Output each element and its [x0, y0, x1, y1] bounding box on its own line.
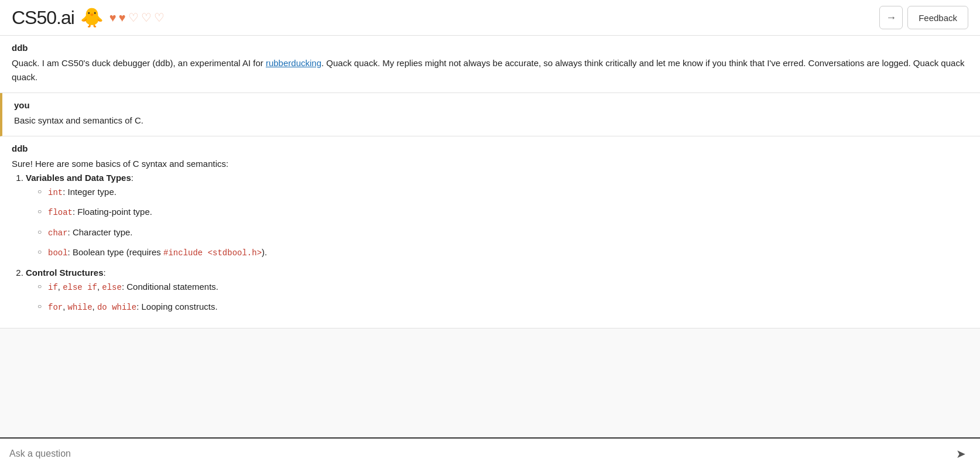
you-sender: you: [2, 93, 980, 114]
send-icon: ➤: [956, 447, 966, 460]
rubberducking-link[interactable]: rubberducking: [266, 58, 321, 68]
response-opening: Sure! Here are some basics of C syntax a…: [12, 157, 968, 171]
heart-5: ♡: [154, 11, 165, 25]
ctrl-if: if, else if, else: Conditional statement…: [37, 280, 968, 294]
header: CS50.ai 🐥 ♥ ♥ ♡ ♡ ♡ → Feedback: [0, 0, 980, 36]
var-bool: bool: Boolean type (requires #include <s…: [37, 245, 968, 259]
heart-3: ♡: [128, 11, 139, 25]
ddb-response-sender: ddb: [0, 136, 980, 157]
message-you: you Basic syntax and semantics of C.: [0, 93, 980, 136]
var-float: float: Floating-point type.: [37, 205, 968, 219]
ddb-intro-body: Quack. I am CS50's duck debugger (ddb), …: [0, 56, 980, 93]
message-ddb-intro: ddb Quack. I am CS50's duck debugger (dd…: [0, 36, 980, 93]
duck-icon: 🐥: [80, 6, 104, 29]
header-left: CS50.ai 🐥 ♥ ♥ ♡ ♡ ♡: [12, 6, 165, 29]
header-right: → Feedback: [879, 6, 968, 29]
while-code: while: [68, 303, 92, 312]
chat-input[interactable]: [9, 449, 951, 459]
dowhile-code: do while: [97, 303, 136, 312]
heart-1: ♥: [109, 11, 116, 25]
ctrl-for: for, while, do while: Looping constructs…: [37, 300, 968, 314]
feedback-button[interactable]: Feedback: [907, 6, 968, 29]
stdbool-code: #include <stdbool.h>: [163, 248, 262, 258]
list-item-control: Control Structures: if, else if, else: C…: [26, 266, 968, 314]
message-ddb-response: ddb Sure! Here are some basics of C synt…: [0, 136, 980, 328]
if-code: if: [48, 283, 58, 292]
for-code: for: [48, 303, 63, 312]
ddb-intro-sender: ddb: [0, 36, 980, 56]
bool-code: bool: [48, 248, 68, 258]
send-button[interactable]: ➤: [951, 444, 971, 463]
you-text: Basic syntax and semantics of C.: [14, 115, 143, 125]
heart-4: ♡: [141, 11, 152, 25]
intro-prefix: Quack. I am CS50's duck debugger (ddb), …: [12, 58, 266, 68]
char-code: char: [48, 228, 68, 238]
float-code: float: [48, 208, 73, 217]
list-item-variables: Variables and Data Types: int: Integer t…: [26, 171, 968, 260]
var-int: int: Integer type.: [37, 185, 968, 199]
elseif-code: else if: [63, 283, 97, 292]
int-code: int: [48, 188, 63, 197]
ddb-response-body: Sure! Here are some basics of C syntax a…: [0, 157, 980, 328]
control-title: Control Structures: [26, 268, 104, 278]
chat-area: ddb Quack. I am CS50's duck debugger (dd…: [0, 36, 980, 437]
logo-text: CS50.ai: [12, 7, 74, 29]
else-code: else: [102, 283, 122, 292]
logout-button[interactable]: →: [879, 6, 903, 29]
input-area: ➤: [0, 437, 980, 469]
heart-2: ♥: [119, 11, 126, 25]
variables-title: Variables and Data Types: [26, 173, 131, 183]
logout-icon: →: [886, 12, 896, 24]
you-body: Basic syntax and semantics of C.: [2, 114, 980, 136]
var-char: char: Character type.: [37, 225, 968, 239]
hearts-container: ♥ ♥ ♡ ♡ ♡: [109, 11, 165, 25]
